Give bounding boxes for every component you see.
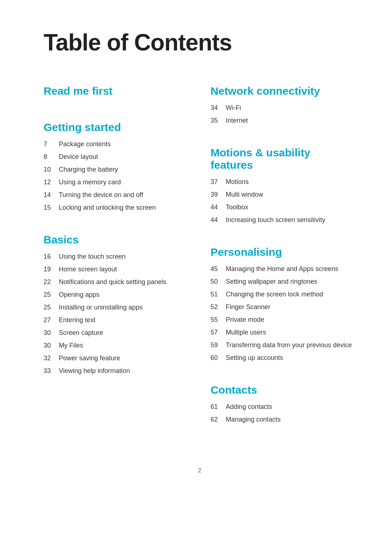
section-getting-started: Getting started7Package contents8Device … [44,121,189,216]
toc-list-network-connectivity: 34Wi-Fi35Internet [211,103,356,126]
toc-item-text: Private mode [226,315,356,325]
toc-item-text: Adding contacts [226,402,356,412]
list-item: 27Entering text [44,315,189,325]
toc-page-number: 16 [44,252,59,262]
toc-page-number: 15 [44,203,59,213]
list-item: 45Managing the Home and Apps screens [211,264,356,274]
list-item: 7Package contents [44,139,189,149]
list-item: 25Opening apps [44,290,189,300]
toc-page-number: 55 [211,315,226,325]
toc-page-number: 22 [44,277,59,287]
toc-item-text: Finger Scanner [226,302,356,312]
toc-page-number: 37 [211,177,226,187]
toc-item-text: Increasing touch screen sensitivity [226,215,356,225]
section-motions-usability: Motions & usability features37Motions39M… [211,147,356,228]
toc-page-number: 50 [211,277,226,287]
list-item: 10Charging the battery [44,165,189,175]
section-title-network-connectivity: Network connectivity [211,85,356,97]
left-column: Read me firstGetting started7Package con… [44,85,189,446]
list-item: 15Locking and unlocking the screen [44,203,189,213]
section-personalising: Personalising45Managing the Home and App… [211,246,356,366]
toc-page-number: 30 [44,328,59,338]
toc-item-text: Internet [226,116,356,126]
toc-page-number: 12 [44,177,59,187]
toc-list-getting-started: 7Package contents8Device layout10Chargin… [44,139,189,213]
toc-item-text: Toolbox [226,202,356,212]
list-item: 50Setting wallpaper and ringtones [211,277,356,287]
section-network-connectivity: Network connectivity34Wi-Fi35Internet [211,85,356,128]
toc-page-number: 39 [211,190,226,200]
list-item: 33Viewing help information [44,366,189,376]
section-title-motions-usability: Motions & usability features [211,147,356,171]
section-title-basics: Basics [44,234,189,246]
toc-page-number: 33 [44,366,59,376]
right-column: Network connectivity34Wi-Fi35InternetMot… [211,85,356,446]
toc-page-number: 60 [211,353,226,363]
list-item: 16Using the touch screen [44,252,189,262]
list-item: 52Finger Scanner [211,302,356,312]
list-item: 44Increasing touch screen sensitivity [211,215,356,225]
toc-page-number: 19 [44,264,59,274]
section-basics: Basics16Using the touch screen19Home scr… [44,234,189,379]
toc-page-number: 52 [211,302,226,312]
list-item: 55Private mode [211,315,356,325]
toc-item-text: Locking and unlocking the screen [59,203,189,213]
toc-list-basics: 16Using the touch screen19Home screen la… [44,252,189,376]
page-title: Table of Contents [44,29,356,56]
list-item: 12Using a memory card [44,177,189,187]
toc-item-text: Home screen layout [59,264,189,274]
toc-page-number: 8 [44,152,59,162]
toc-page-number: 34 [211,103,226,113]
toc-item-text: Managing contacts [226,415,356,424]
toc-page-number: 25 [44,290,59,300]
toc-page-number: 62 [211,415,226,424]
toc-item-text: Setting wallpaper and ringtones [226,277,356,287]
list-item: 61Adding contacts [211,402,356,412]
list-item: 25Installing or uninstalling apps [44,303,189,312]
toc-page-number: 51 [211,290,226,299]
list-item: 35Internet [211,116,356,126]
toc-item-text: Motions [226,177,356,187]
toc-item-text: Managing the Home and Apps screens [226,264,356,274]
toc-page-number: 57 [211,328,226,337]
toc-item-text: Power saving feature [59,353,189,363]
toc-page-number: 30 [44,341,59,350]
toc-page-number: 7 [44,139,59,149]
toc-item-text: Package contents [59,139,189,149]
toc-item-text: Installing or uninstalling apps [59,303,189,312]
toc-page-number: 59 [211,340,226,350]
section-title-personalising: Personalising [211,246,356,258]
list-item: 60Setting up accounts [211,353,356,363]
toc-page-number: 44 [211,215,226,225]
list-item: 14Turning the device on and off [44,190,189,200]
list-item: 30Screen capture [44,328,189,338]
toc-page-number: 10 [44,165,59,175]
toc-page-number: 44 [211,202,226,212]
toc-page-number: 45 [211,264,226,274]
toc-list-personalising: 45Managing the Home and Apps screens50Se… [211,264,356,363]
toc-item-text: Using the touch screen [59,252,189,262]
list-item: 8Device layout [44,152,189,162]
toc-item-text: Multiple users [226,328,356,337]
list-item: 57Multiple users [211,328,356,337]
list-item: 34Wi-Fi [211,103,356,113]
section-title-getting-started: Getting started [44,121,189,134]
list-item: 39Multi window [211,190,356,200]
toc-page-number: 25 [44,303,59,312]
toc-item-text: My Files [59,341,189,350]
toc-page-number: 61 [211,402,226,412]
section-title-contacts: Contacts [211,384,356,396]
list-item: 51Changing the screen lock method [211,290,356,299]
toc-page-number: 32 [44,353,59,363]
list-item: 19Home screen layout [44,264,189,274]
footer-page-number: 2 [198,467,201,473]
toc-item-text: Device layout [59,152,189,162]
toc-item-text: Using a memory card [59,177,189,187]
toc-item-text: Charging the battery [59,165,189,175]
toc-item-text: Setting up accounts [226,353,356,363]
toc-item-text: Entering text [59,315,189,325]
toc-item-text: Changing the screen lock method [226,290,356,299]
list-item: 62Managing contacts [211,415,356,424]
toc-item-text: Transferring data from your previous dev… [226,340,356,350]
toc-item-text: Wi-Fi [226,103,356,113]
